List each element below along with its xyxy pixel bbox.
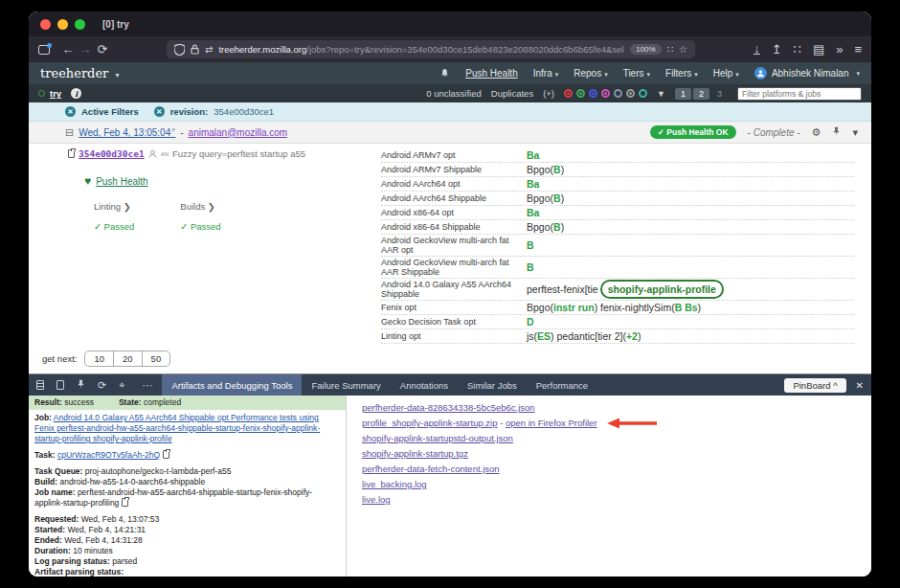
nav-item-repos[interactable]: Repos▾	[574, 68, 607, 79]
status-filter-dot-usercancel[interactable]	[601, 89, 610, 98]
pin-job-icon[interactable]	[77, 379, 85, 392]
push-health-link[interactable]: Push Health	[96, 176, 147, 187]
overflow-chevrons-icon[interactable]: »	[836, 42, 843, 57]
lock-icon[interactable]	[191, 44, 199, 55]
push-health-badge[interactable]: ✓ Push Health OK	[650, 125, 736, 139]
nav-item-help[interactable]: Help▾	[713, 68, 739, 79]
push-date-link[interactable]: Wed, Feb 4, 13:05:04↗	[79, 126, 175, 138]
filter-funnel-icon[interactable]: ▼	[657, 89, 665, 99]
back-icon[interactable]: ←	[59, 42, 77, 57]
repo-link[interactable]: try	[50, 88, 61, 99]
job-button[interactable]: Ba	[527, 207, 539, 218]
job-button[interactable]: instr run	[553, 302, 595, 313]
artifact-link[interactable]: shopify-applink-startup.tgz	[362, 446, 468, 462]
pin-all-icon[interactable]	[832, 126, 841, 139]
get-next-50-button[interactable]: 50	[142, 351, 170, 366]
status-filter-dot-superseded[interactable]	[614, 89, 622, 98]
unclassified-count[interactable]: 0 unclassified	[426, 88, 482, 99]
tier-button-1[interactable]: 1	[675, 88, 691, 100]
permissions-icon[interactable]: ⇄	[205, 44, 213, 56]
notifications-bell-icon[interactable]	[439, 68, 450, 79]
collapse-push-icon[interactable]: ⊟	[65, 126, 74, 139]
artifact-link[interactable]: perfherder-data-828634338-5bc5eb6c.json	[362, 400, 535, 416]
artifact-link[interactable]: perfherder-data-fetch-content.json	[362, 462, 500, 477]
linting-group-link[interactable]: Linting ❯	[94, 201, 134, 212]
builds-group-link[interactable]: Builds ❯	[180, 201, 220, 212]
get-next-10-button[interactable]: 10	[85, 351, 113, 366]
status-filter-dot-success[interactable]	[576, 89, 585, 98]
share-icon[interactable]: ↥	[772, 42, 782, 57]
push-author-link[interactable]: animalan@mozilla.com	[189, 127, 288, 138]
job-button[interactable]: +2	[626, 330, 638, 342]
tab-performance[interactable]: Performance	[527, 374, 597, 396]
nav-item-push-health[interactable]: Push Health	[465, 68, 517, 79]
inspect-task-icon[interactable]: ⌖	[119, 379, 124, 391]
reload-icon[interactable]: ⟳	[94, 42, 111, 57]
sidebar-icon[interactable]: ▤	[813, 42, 824, 57]
expand-groups-toggle[interactable]: (+)	[543, 88, 554, 99]
firefox-view-icon[interactable]	[38, 45, 50, 55]
retrigger-icon[interactable]: ⟳	[98, 379, 106, 391]
tab-similar-jobs[interactable]: Similar Jobs	[458, 374, 527, 396]
shield-icon[interactable]	[174, 44, 185, 56]
job-button[interactable]: B	[527, 261, 534, 273]
clear-revision-filter-icon[interactable]: ✕	[154, 106, 165, 117]
get-next-20-button[interactable]: 20	[113, 351, 142, 366]
extensions-icon[interactable]: ∷	[667, 44, 673, 56]
more-actions-icon[interactable]: ⋯	[142, 379, 152, 392]
tier-button-2[interactable]: 2	[693, 88, 709, 100]
detail-value[interactable]: cpUrWzacR9OTv5faAh-2hQ	[57, 450, 160, 460]
open-in-profiler-link[interactable]: open in Firefox Profiler	[506, 416, 597, 431]
tier-button-3[interactable]: 3	[711, 88, 728, 100]
gear-icon[interactable]: ⚙	[812, 126, 821, 139]
forward-icon[interactable]: →	[77, 42, 94, 57]
selected-job-button[interactable]: shopify-applink-profile	[600, 280, 724, 299]
downloads-icon[interactable]: ↓	[754, 44, 760, 55]
artifact-link[interactable]: profile_shopify-applink-startup.zip	[362, 416, 498, 431]
job-button[interactable]: B	[553, 164, 561, 175]
clipboard-icon[interactable]	[68, 149, 75, 158]
nav-item-tiers[interactable]: Tiers▾	[623, 68, 650, 79]
url-bar[interactable]: ⇄ treeherder.mozilla.org/jobs?repo=try&r…	[167, 40, 695, 58]
job-button[interactable]: B	[527, 239, 534, 251]
job-button[interactable]: D	[527, 316, 534, 328]
menu-icon[interactable]: ≡	[854, 42, 862, 57]
clipboard-icon[interactable]	[163, 450, 169, 459]
status-filter-dot-retry[interactable]	[589, 89, 597, 98]
tab-artifacts-and-debugging-tools[interactable]: Artifacts and Debugging Tools	[162, 374, 302, 396]
close-panel-icon[interactable]: ✕	[856, 380, 864, 391]
minimize-window-button[interactable]	[57, 19, 68, 30]
filter-jobs-input[interactable]	[737, 87, 862, 101]
raw-log-icon[interactable]	[56, 380, 64, 390]
zoom-level-badge[interactable]: 100%	[630, 44, 661, 55]
artifact-link[interactable]: live.log	[362, 492, 391, 508]
status-filter-dot-running[interactable]	[626, 89, 635, 98]
job-button[interactable]: B	[553, 192, 561, 204]
tab-annotations[interactable]: Annotations	[391, 374, 458, 396]
job-button[interactable]: ES	[537, 330, 551, 342]
nav-item-filters[interactable]: Filters▾	[665, 68, 698, 79]
clipboard-icon[interactable]	[122, 498, 128, 507]
treeherder-logo[interactable]: treeherder ▾	[40, 66, 120, 80]
close-window-button[interactable]	[40, 19, 51, 30]
zoom-window-button[interactable]	[75, 19, 85, 30]
pinboard-button[interactable]: PinBoard ^	[784, 378, 845, 393]
user-menu[interactable]: Abhishek Nimalan ▾	[754, 67, 860, 79]
duplicates-toggle[interactable]: Duplicates	[491, 88, 533, 99]
extensions-toolbar-icon[interactable]: ∷	[794, 42, 801, 57]
bookmark-star-icon[interactable]: ☆	[679, 44, 687, 56]
status-filter-dot-failures[interactable]	[564, 89, 573, 98]
repo-info-icon[interactable]: i	[71, 88, 81, 99]
artifact-link[interactable]: shopify-applink-startupstd-output.json	[362, 431, 513, 446]
status-filter-dot-pending[interactable]	[639, 89, 647, 98]
push-actions-caret-icon[interactable]: ▾	[852, 126, 858, 139]
revision-link[interactable]: 354e00d30ce1	[79, 148, 145, 159]
detail-value[interactable]: Android 14.0 Galaxy A55 AArch64 Shippabl…	[34, 413, 320, 443]
tab-failure-summary[interactable]: Failure Summary	[302, 374, 390, 396]
nav-item-infra[interactable]: Infra▾	[533, 68, 559, 79]
clear-all-filters-icon[interactable]: ✕	[65, 106, 76, 117]
log-viewer-icon[interactable]	[36, 380, 44, 390]
job-button[interactable]: B	[553, 221, 561, 233]
job-button[interactable]: B Bs	[675, 302, 698, 313]
artifact-link[interactable]: live_backing.log	[362, 477, 427, 492]
